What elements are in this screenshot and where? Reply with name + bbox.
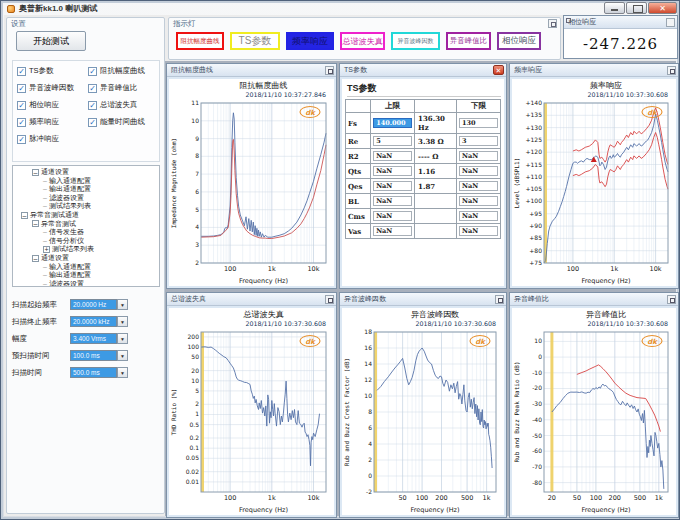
ts-lower-limit-input[interactable]: NaN <box>459 226 498 236</box>
expand-node-icon[interactable]: + <box>43 246 50 253</box>
panel-title: 异音波峰因数 <box>344 294 386 304</box>
restore-icon[interactable] <box>325 66 334 75</box>
indicator-light[interactable]: 频率响应 <box>286 32 334 50</box>
svg-text:50: 50 <box>573 494 581 502</box>
panel-title: 频率响应 <box>514 65 542 75</box>
dropdown-arrow-icon[interactable]: ▼ <box>117 367 128 378</box>
indicator-light[interactable]: 相位响应 <box>497 32 541 50</box>
collapse-node-icon[interactable]: – <box>32 255 39 262</box>
collapse-node-icon[interactable]: – <box>32 220 39 227</box>
tree-item[interactable]: –通道设置 <box>13 168 159 177</box>
indicator-light[interactable]: 总谐波失真 <box>340 32 385 50</box>
ts-upper-limit-input[interactable]: NaN <box>373 166 412 176</box>
tree-item-label: 输入通道配置 <box>49 177 91 186</box>
indicator-light[interactable]: TS参数 <box>230 32 280 50</box>
test-checkbox[interactable]: ✓频率响应 <box>17 117 88 127</box>
test-checkbox[interactable]: ✓异音峰值比 <box>88 83 159 93</box>
tree-item[interactable]: –滤波器设置 <box>13 280 159 287</box>
tree-item[interactable]: –滤波器设置 <box>13 194 159 203</box>
field-value-input[interactable]: 500.0 ms <box>70 367 117 378</box>
test-checkbox[interactable]: ✓能量时间曲线 <box>88 117 159 127</box>
ts-lower-limit-input[interactable]: NaN <box>459 181 498 191</box>
collapse-icon[interactable] <box>548 19 557 28</box>
field-value-input[interactable]: 20.0000 kHz <box>70 316 117 327</box>
ts-upper-limit-input[interactable]: 5 <box>373 136 412 146</box>
window-titlebar[interactable]: 奥普新kk1.0 喇叭测试 <box>4 2 676 15</box>
ts-lower-limit-input[interactable]: NaN <box>459 211 498 221</box>
ts-lower-limit-input[interactable]: NaN <box>459 151 498 161</box>
tree-item[interactable]: –异常音测试 <box>13 220 159 229</box>
svg-text:0.5: 0.5 <box>189 421 199 428</box>
ts-upper-limit-input[interactable]: NaN <box>373 211 412 221</box>
tree-item[interactable]: –通道设置 <box>13 254 159 263</box>
ts-upper-limit-input[interactable]: NaN <box>373 226 412 236</box>
collapse-icon[interactable] <box>666 18 675 27</box>
test-checkbox[interactable]: ✓脉冲响应 <box>17 134 88 144</box>
thd-chart: 2001005020105210.50.20.10.050.020.011001… <box>167 306 336 517</box>
field-value-input[interactable]: 20.0000 Hz <box>70 299 117 310</box>
test-checkbox[interactable]: ✓阻抗幅度曲线 <box>88 66 159 76</box>
indicator-light[interactable]: 阻抗幅度曲线 <box>176 32 224 50</box>
indicator-light[interactable]: 异音波峰因数 <box>391 32 440 50</box>
crest-panel-titlebar[interactable]: 异音波峰因数 <box>340 293 506 306</box>
ts-panel-titlebar[interactable]: TS参数 ✕ <box>340 64 506 77</box>
tree-item[interactable]: –信号分析仪 <box>13 237 159 246</box>
tree-item[interactable]: –测试结果列表 <box>13 202 159 211</box>
svg-text:10: 10 <box>364 392 372 399</box>
collapse-node-icon[interactable]: – <box>21 212 28 219</box>
tree-item[interactable]: +测试结果列表 <box>13 245 159 254</box>
phase-display-titlebar[interactable]: 相位响应 <box>564 16 677 29</box>
checkbox-label: 异音波峰因数 <box>29 83 74 93</box>
test-checkbox[interactable]: ✓TS参数 <box>17 66 88 76</box>
thd-panel-titlebar[interactable]: 总谐波失真 <box>167 293 336 306</box>
ts-lower-limit-input[interactable]: NaN <box>459 196 498 206</box>
tree-item[interactable]: –输出通道配置 <box>13 271 159 280</box>
checkbox-label: 总谐波失真 <box>100 100 138 110</box>
checkbox-check-icon: ✓ <box>17 84 26 93</box>
tree-item[interactable]: –输入通道配置 <box>13 177 159 186</box>
close-button[interactable] <box>648 2 677 14</box>
panel-title: TS参数 <box>344 65 367 75</box>
indicator-light[interactable]: 异音峰值比 <box>446 32 491 50</box>
peak-panel-titlebar[interactable]: 异音峰值比 <box>510 293 678 306</box>
svg-text:+85: +85 <box>529 234 542 241</box>
ts-lower-limit-input[interactable]: 130 <box>459 118 498 128</box>
collapse-node-icon[interactable]: – <box>32 169 39 176</box>
ts-upper-limit-input[interactable]: NaN <box>373 151 412 161</box>
field-value-input[interactable]: 3.400 Vrms <box>70 333 117 344</box>
close-icon[interactable]: ✕ <box>493 65 504 75</box>
tree-item[interactable]: –输入通道配置 <box>13 263 159 272</box>
svg-text:-80: -80 <box>532 479 542 486</box>
svg-text:dk: dk <box>305 109 316 117</box>
ts-upper-limit-input[interactable]: 140.000 <box>373 118 412 128</box>
dropdown-arrow-icon[interactable]: ▼ <box>117 350 128 361</box>
test-checkbox[interactable]: ✓总谐波失真 <box>88 100 159 110</box>
dropdown-arrow-icon[interactable]: ▼ <box>117 333 128 344</box>
ts-lower-limit-input[interactable]: 3 <box>459 136 498 146</box>
ts-upper-limit-input[interactable]: NaN <box>373 181 412 191</box>
indicator-light-list: 阻抗幅度曲线TS参数频率响应总谐波失真异音波峰因数异音峰值比相位响应 <box>176 32 541 50</box>
test-checkbox[interactable]: ✓异音波峰因数 <box>17 83 88 93</box>
svg-text:10: 10 <box>191 377 199 384</box>
dropdown-arrow-icon[interactable]: ▼ <box>117 299 128 310</box>
dropdown-arrow-icon[interactable]: ▼ <box>117 316 128 327</box>
svg-text:+125: +125 <box>526 136 543 143</box>
ts-upper-limit-input[interactable]: NaN <box>373 196 412 206</box>
freq-panel-titlebar[interactable]: 频率响应 <box>510 64 678 77</box>
impedance-panel-titlebar[interactable]: 阻抗幅度曲线 <box>167 64 336 77</box>
tree-item[interactable]: –异常音测试通道 <box>13 211 159 220</box>
minimize-button[interactable] <box>604 2 625 14</box>
ts-lower-limit-input[interactable]: NaN <box>459 166 498 176</box>
restore-icon[interactable] <box>325 295 334 304</box>
restore-icon[interactable] <box>667 295 676 304</box>
restore-icon[interactable] <box>495 295 504 304</box>
tree-item[interactable]: –信号发生器 <box>13 228 159 237</box>
svg-text:2018/11/10 10:37:30.608: 2018/11/10 10:37:30.608 <box>587 91 668 98</box>
field-value-input[interactable]: 100.0 ms <box>70 350 117 361</box>
test-checkbox[interactable]: ✓相位响应 <box>17 100 88 110</box>
test-item-checkbox-list: ✓TS参数✓阻抗幅度曲线✓异音波峰因数✓异音峰值比✓相位响应✓总谐波失真✓频率响… <box>12 60 160 162</box>
start-test-button[interactable]: 开始测试 <box>16 31 86 51</box>
maximize-button[interactable] <box>626 2 647 14</box>
tree-item[interactable]: –输出通道配置 <box>13 185 159 194</box>
restore-icon[interactable] <box>667 66 676 75</box>
